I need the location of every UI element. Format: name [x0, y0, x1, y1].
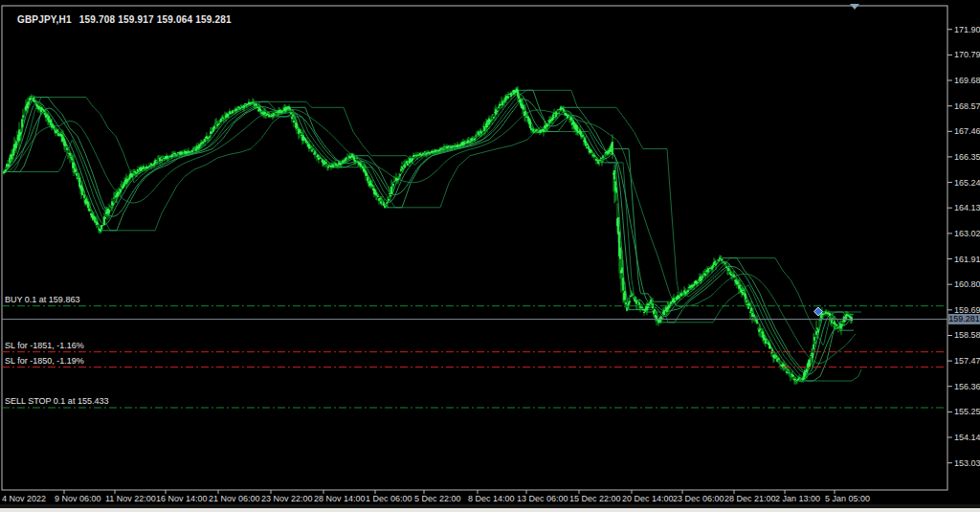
- time-axis-label: 21 Nov 06:00: [209, 494, 260, 503]
- time-axis-label: 1 Dec 06:00: [366, 494, 412, 503]
- price-axis-label: 170.790: [954, 50, 980, 59]
- time-axis-label: 5 Dec 22:00: [414, 494, 461, 503]
- time-axis-label: 11 Nov 22:00: [105, 494, 156, 503]
- price-axis-label: 171.900: [954, 25, 980, 34]
- chart-background: [0, 0, 980, 512]
- price-axis-label: 155.250: [954, 407, 980, 416]
- buy-order-label: BUY 0.1 at 159.863: [5, 295, 79, 304]
- time-axis-label: 5 Jan 05:00: [825, 494, 870, 503]
- price-axis-label: 167.460: [954, 126, 980, 136]
- current-price-badge: 159.281: [948, 314, 980, 324]
- time-axis-label: 28 Dec 21:00: [724, 494, 776, 503]
- price-axis-label: 164.130: [954, 203, 980, 212]
- price-axis-label: 168.570: [954, 101, 980, 111]
- sl-1850-label: SL for -1850, -1.19%: [5, 356, 84, 366]
- chart-canvas[interactable]: [0, 0, 980, 512]
- time-axis-label: 8 Dec 14:00: [468, 494, 515, 503]
- time-axis-label: 15 Dec 22:00: [569, 494, 621, 503]
- time-axis-label: 20 Dec 14:00: [622, 494, 674, 503]
- time-axis-label: 13 Dec 06:00: [517, 494, 568, 503]
- price-axis-label: 153.030: [954, 458, 980, 468]
- sell-stop-order-label: SELL STOP 0.1 at 155.433: [5, 396, 108, 406]
- symbol-period-label: GBPJPY,H1: [17, 14, 72, 25]
- price-axis-label: 156.360: [954, 382, 980, 391]
- window-bottom-border: [0, 508, 980, 512]
- price-axis-label: 160.800: [954, 279, 980, 289]
- price-axis-label: 163.020: [954, 229, 980, 238]
- sl-1851-label: SL for -1851, -1.16%: [5, 341, 84, 350]
- time-axis-label: 16 Nov 14:00: [156, 494, 208, 503]
- chart-title: GBPJPY,H1159.708 159.917 159.064 159.281: [6, 4, 232, 35]
- time-axis-label: 2 Jan 13:00: [775, 494, 820, 503]
- price-axis-label: 154.140: [954, 433, 980, 442]
- mt4-chart-window: GBPJPY,H1159.708 159.917 159.064 159.281…: [0, 0, 980, 512]
- time-axis-label: 4 Nov 2022: [2, 494, 46, 503]
- time-axis-label: 9 Nov 06:00: [55, 494, 101, 503]
- price-axis-label: 161.910: [954, 255, 980, 264]
- price-axis-label: 157.470: [954, 356, 980, 366]
- price-axis-label: 169.680: [954, 76, 980, 85]
- time-axis-label: 28 Nov 14:00: [314, 494, 366, 503]
- price-axis-label: 166.350: [954, 152, 980, 162]
- time-axis-label: 23 Nov 22:00: [261, 494, 313, 503]
- ohlc-values: 159.708 159.917 159.064 159.281: [79, 14, 232, 25]
- time-axis-label: 23 Dec 06:00: [673, 494, 724, 503]
- price-axis-label: 158.580: [954, 330, 980, 340]
- price-axis-label: 165.240: [954, 178, 980, 188]
